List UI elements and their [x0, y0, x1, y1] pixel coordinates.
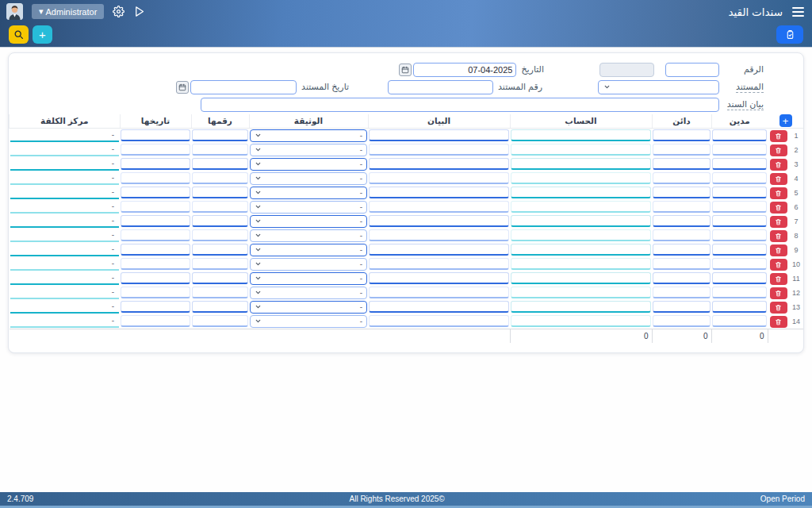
debit-input[interactable] [712, 287, 767, 298]
delete-row-button[interactable] [770, 159, 787, 171]
credit-input[interactable] [653, 229, 710, 241]
document-type-select[interactable]: - [250, 301, 367, 314]
debit-input[interactable] [712, 129, 767, 141]
document-type-select[interactable]: - [250, 172, 367, 185]
account-input[interactable] [511, 258, 651, 270]
credit-input[interactable] [653, 301, 710, 313]
account-input[interactable] [511, 215, 651, 227]
delete-row-button[interactable] [770, 202, 787, 214]
statement-input[interactable] [369, 301, 509, 313]
debit-input[interactable] [712, 201, 767, 213]
row-document-date-input[interactable] [121, 258, 190, 270]
debit-input[interactable] [712, 215, 767, 227]
add-row-button[interactable]: + [779, 114, 792, 127]
cost-center-select[interactable]: - [10, 129, 120, 142]
credit-input[interactable] [653, 272, 710, 284]
row-document-date-input[interactable] [121, 287, 190, 298]
account-input[interactable] [511, 287, 651, 298]
cost-center-select[interactable]: - [10, 272, 120, 285]
post-voucher-button[interactable] [776, 25, 803, 44]
row-document-number-input[interactable] [192, 201, 248, 213]
cost-center-select[interactable]: - [10, 258, 120, 271]
debit-input[interactable] [712, 187, 767, 198]
statement-input[interactable] [369, 272, 509, 284]
statement-input[interactable] [369, 229, 509, 241]
document-type-select[interactable]: - [250, 215, 367, 228]
statement-input[interactable] [369, 172, 509, 184]
calendar-icon[interactable] [176, 81, 189, 94]
credit-input[interactable] [653, 215, 710, 227]
account-input[interactable] [511, 144, 651, 156]
cost-center-select[interactable]: - [10, 287, 120, 299]
cost-center-select[interactable]: - [10, 201, 120, 214]
document-type-select[interactable]: - [250, 144, 367, 156]
credit-input[interactable] [653, 187, 710, 198]
account-input[interactable] [511, 129, 651, 141]
cost-center-select[interactable]: - [10, 315, 120, 328]
row-document-date-input[interactable] [121, 315, 190, 327]
account-input[interactable] [511, 272, 651, 284]
cost-center-select[interactable]: - [10, 244, 120, 256]
statement-input[interactable] [369, 315, 509, 327]
row-document-number-input[interactable] [192, 144, 248, 156]
row-document-date-input[interactable] [121, 301, 190, 313]
user-menu-button[interactable]: ▾ Administrator [32, 4, 104, 19]
statement-input[interactable] [369, 158, 509, 170]
account-input[interactable] [511, 201, 651, 213]
row-document-date-input[interactable] [121, 201, 190, 213]
statement-input[interactable] [369, 258, 509, 270]
document-type-select[interactable]: - [250, 287, 367, 299]
row-document-number-input[interactable] [192, 215, 248, 227]
account-input[interactable] [511, 244, 651, 256]
delete-row-button[interactable] [770, 244, 787, 256]
document-type-select[interactable]: - [250, 229, 367, 242]
delete-row-button[interactable] [770, 173, 787, 185]
document-type-select[interactable]: - [250, 258, 367, 271]
calendar-icon[interactable] [399, 64, 412, 76]
cost-center-select[interactable]: - [10, 144, 120, 156]
credit-input[interactable] [653, 201, 710, 213]
document-type-select[interactable]: - [250, 315, 367, 328]
credit-input[interactable] [653, 172, 710, 184]
account-input[interactable] [511, 158, 651, 170]
debit-input[interactable] [712, 272, 767, 284]
delete-row-button[interactable] [770, 144, 787, 156]
credit-input[interactable] [653, 258, 710, 270]
row-document-date-input[interactable] [121, 144, 190, 156]
row-document-number-input[interactable] [192, 187, 248, 198]
statement-input[interactable] [369, 129, 509, 141]
delete-row-button[interactable] [770, 187, 787, 199]
row-document-date-input[interactable] [121, 229, 190, 241]
debit-input[interactable] [712, 172, 767, 184]
row-document-number-input[interactable] [192, 315, 248, 327]
document-type-select[interactable]: - [250, 158, 367, 171]
statement-input[interactable] [369, 215, 509, 227]
run-play-icon[interactable] [133, 6, 145, 17]
credit-input[interactable] [653, 315, 710, 327]
menu-icon[interactable] [791, 5, 806, 19]
statement-input[interactable] [369, 201, 509, 213]
cost-center-select[interactable]: - [10, 158, 120, 171]
row-document-number-input[interactable] [192, 129, 248, 141]
credit-input[interactable] [653, 158, 710, 170]
row-document-number-input[interactable] [192, 272, 248, 284]
account-input[interactable] [511, 315, 651, 327]
row-document-number-input[interactable] [192, 287, 248, 298]
row-document-number-input[interactable] [192, 244, 248, 256]
delete-row-button[interactable] [770, 287, 787, 299]
row-document-number-input[interactable] [192, 301, 248, 313]
date-input[interactable] [413, 63, 516, 77]
debit-input[interactable] [712, 315, 767, 327]
row-document-number-input[interactable] [192, 172, 248, 184]
cost-center-select[interactable]: - [10, 187, 120, 199]
debit-input[interactable] [712, 258, 767, 270]
document-type-select[interactable]: - [250, 244, 367, 256]
cost-center-select[interactable]: - [10, 301, 120, 314]
row-document-number-input[interactable] [192, 158, 248, 170]
delete-row-button[interactable] [770, 273, 787, 285]
document-type-select[interactable]: - [250, 129, 367, 142]
row-document-date-input[interactable] [121, 172, 190, 184]
document-select[interactable] [598, 80, 719, 94]
debit-input[interactable] [712, 244, 767, 256]
row-document-date-input[interactable] [121, 215, 190, 227]
